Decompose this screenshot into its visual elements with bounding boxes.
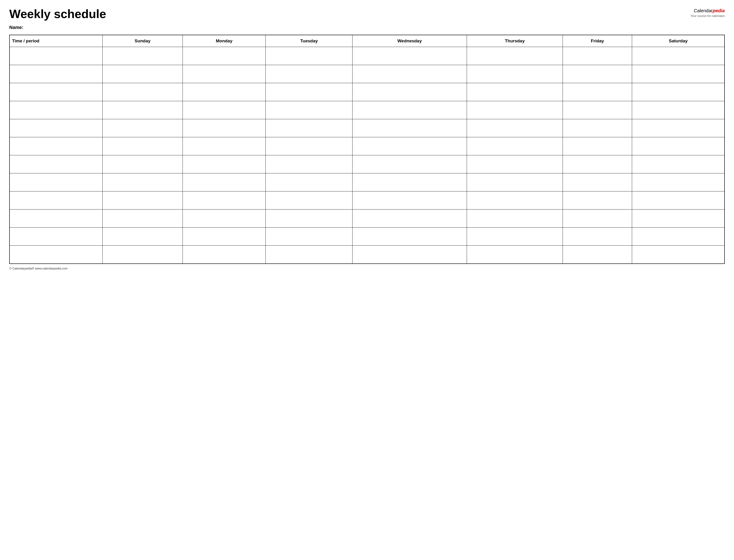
day-cell bbox=[182, 119, 266, 137]
day-cell bbox=[266, 173, 352, 191]
table-header-row: Time / period Sunday Monday Tuesday Wedn… bbox=[9, 35, 725, 47]
day-cell bbox=[102, 210, 182, 228]
day-cell bbox=[563, 173, 632, 191]
day-cell bbox=[467, 47, 563, 65]
day-cell bbox=[102, 47, 182, 65]
day-cell bbox=[102, 119, 182, 137]
day-cell bbox=[102, 246, 182, 264]
day-cell bbox=[266, 228, 352, 246]
time-cell bbox=[9, 246, 102, 264]
table-row bbox=[9, 228, 725, 246]
day-cell bbox=[266, 119, 352, 137]
table-row bbox=[9, 119, 725, 137]
day-cell bbox=[632, 228, 725, 246]
day-cell bbox=[102, 191, 182, 210]
day-cell bbox=[563, 228, 632, 246]
table-row bbox=[9, 101, 725, 119]
day-cell bbox=[563, 47, 632, 65]
day-cell bbox=[563, 191, 632, 210]
day-cell bbox=[182, 83, 266, 101]
day-cell bbox=[352, 246, 467, 264]
day-cell bbox=[632, 101, 725, 119]
table-row bbox=[9, 47, 725, 65]
day-cell bbox=[182, 191, 266, 210]
day-cell bbox=[182, 228, 266, 246]
day-cell bbox=[467, 191, 563, 210]
time-cell bbox=[9, 101, 102, 119]
day-cell bbox=[102, 228, 182, 246]
day-cell bbox=[467, 246, 563, 264]
page-header: Weekly schedule Calendarpedia Your sourc… bbox=[9, 7, 725, 21]
day-cell bbox=[182, 137, 266, 155]
copyright-text: © Calendarpedia® www.calendarpedia.com bbox=[9, 267, 68, 270]
day-cell bbox=[467, 173, 563, 191]
brand-pedia-text: pedia bbox=[713, 8, 725, 13]
day-cell bbox=[352, 155, 467, 173]
day-cell bbox=[632, 191, 725, 210]
page-title: Weekly schedule bbox=[9, 7, 106, 21]
table-row bbox=[9, 191, 725, 210]
col-header-time: Time / period bbox=[9, 35, 102, 47]
day-cell bbox=[632, 83, 725, 101]
time-cell bbox=[9, 119, 102, 137]
col-header-sunday: Sunday bbox=[102, 35, 182, 47]
col-header-friday: Friday bbox=[563, 35, 632, 47]
day-cell bbox=[467, 83, 563, 101]
brand-logo: Calendarpedia Your source for calendars bbox=[690, 7, 725, 18]
day-cell bbox=[563, 210, 632, 228]
day-cell bbox=[266, 155, 352, 173]
day-cell bbox=[632, 246, 725, 264]
day-cell bbox=[563, 246, 632, 264]
day-cell bbox=[352, 47, 467, 65]
day-cell bbox=[352, 83, 467, 101]
col-header-monday: Monday bbox=[182, 35, 266, 47]
time-cell bbox=[9, 47, 102, 65]
day-cell bbox=[352, 65, 467, 83]
table-row bbox=[9, 83, 725, 101]
day-cell bbox=[102, 101, 182, 119]
time-cell bbox=[9, 83, 102, 101]
table-row bbox=[9, 65, 725, 83]
day-cell bbox=[102, 155, 182, 173]
day-cell bbox=[266, 65, 352, 83]
col-header-wednesday: Wednesday bbox=[352, 35, 467, 47]
day-cell bbox=[266, 191, 352, 210]
day-cell bbox=[632, 65, 725, 83]
col-header-tuesday: Tuesday bbox=[266, 35, 352, 47]
day-cell bbox=[632, 137, 725, 155]
day-cell bbox=[632, 155, 725, 173]
day-cell bbox=[352, 119, 467, 137]
day-cell bbox=[182, 65, 266, 83]
time-cell bbox=[9, 228, 102, 246]
day-cell bbox=[467, 155, 563, 173]
day-cell bbox=[467, 65, 563, 83]
day-cell bbox=[182, 101, 266, 119]
day-cell bbox=[563, 155, 632, 173]
table-row bbox=[9, 137, 725, 155]
col-header-saturday: Saturday bbox=[632, 35, 725, 47]
day-cell bbox=[467, 137, 563, 155]
day-cell bbox=[266, 210, 352, 228]
day-cell bbox=[102, 137, 182, 155]
day-cell bbox=[182, 210, 266, 228]
table-row bbox=[9, 173, 725, 191]
brand-tagline: Your source for calendars bbox=[690, 14, 725, 18]
time-cell bbox=[9, 155, 102, 173]
day-cell bbox=[102, 83, 182, 101]
day-cell bbox=[467, 210, 563, 228]
day-cell bbox=[352, 137, 467, 155]
table-row bbox=[9, 210, 725, 228]
day-cell bbox=[563, 65, 632, 83]
day-cell bbox=[352, 101, 467, 119]
time-cell bbox=[9, 137, 102, 155]
day-cell bbox=[182, 246, 266, 264]
day-cell bbox=[266, 246, 352, 264]
time-cell bbox=[9, 191, 102, 210]
day-cell bbox=[563, 119, 632, 137]
day-cell bbox=[352, 191, 467, 210]
name-label: Name: bbox=[9, 25, 725, 30]
day-cell bbox=[352, 173, 467, 191]
day-cell bbox=[182, 47, 266, 65]
day-cell bbox=[352, 210, 467, 228]
day-cell bbox=[467, 119, 563, 137]
